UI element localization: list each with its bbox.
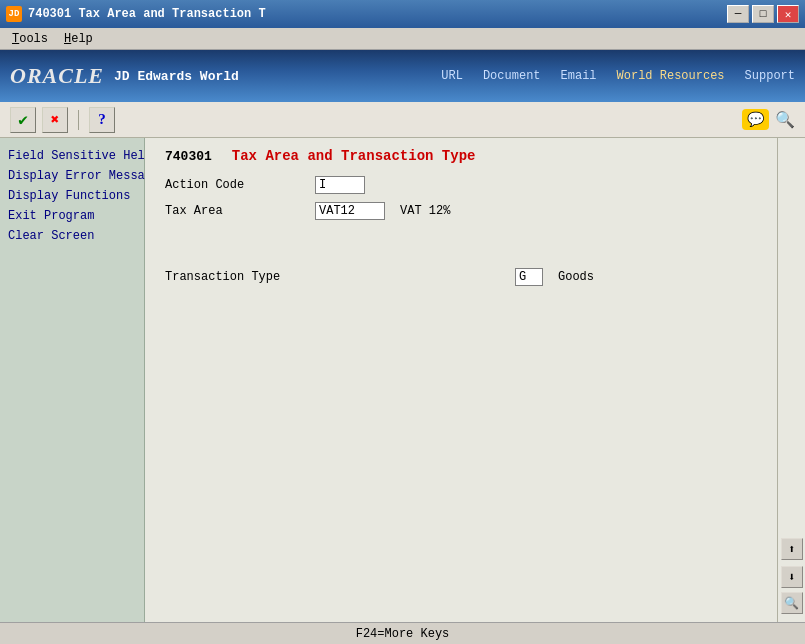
titlebar-left: JD 740301 Tax Area and Transaction T xyxy=(6,6,266,22)
form-header: 740301 Tax Area and Transaction Type xyxy=(165,148,757,164)
statusbar: F24=More Keys xyxy=(0,622,805,644)
nav-document[interactable]: Document xyxy=(483,69,541,83)
sidebar-item-exit-program[interactable]: Exit Program xyxy=(0,206,144,226)
form-area: 740301 Tax Area and Transaction Type Act… xyxy=(145,138,777,622)
minimize-button[interactable]: ─ xyxy=(727,5,749,23)
scroll-down-icon[interactable]: ⬇ xyxy=(781,566,803,588)
action-code-row: Action Code xyxy=(165,176,757,194)
nav-email[interactable]: Email xyxy=(561,69,597,83)
sidebar: Field Sensitive Help Display Error Messa… xyxy=(0,138,145,622)
menu-tools[interactable]: Tools xyxy=(4,30,56,48)
close-button[interactable]: ✕ xyxy=(777,5,799,23)
titlebar-controls: ─ □ ✕ xyxy=(727,5,799,23)
toolbar: ✔ ✖ ? 💬 🔍 xyxy=(0,102,805,138)
tax-area-label: Tax Area xyxy=(165,204,305,218)
transaction-type-row: Transaction Type Goods xyxy=(165,268,757,286)
oracle-logo: ORACLE JD Edwards World xyxy=(10,63,239,89)
app-icon: JD xyxy=(6,6,22,22)
action-code-label: Action Code xyxy=(165,178,305,192)
nav-url[interactable]: URL xyxy=(441,69,463,83)
oracle-header: ORACLE JD Edwards World URL Document Ema… xyxy=(0,50,805,102)
scroll-up-icon[interactable]: ⬆ xyxy=(781,538,803,560)
chat-icon[interactable]: 💬 xyxy=(742,109,769,130)
help-button[interactable]: ? xyxy=(89,107,115,133)
sidebar-item-clear-screen[interactable]: Clear Screen xyxy=(0,226,144,246)
transaction-type-description: Goods xyxy=(558,270,594,284)
maximize-button[interactable]: □ xyxy=(752,5,774,23)
statusbar-text: F24=More Keys xyxy=(356,627,450,641)
main-area: Field Sensitive Help Display Error Messa… xyxy=(0,138,805,622)
search-icon-header[interactable]: 🔍 xyxy=(775,110,795,130)
menu-help[interactable]: Help xyxy=(56,30,101,48)
menubar: Tools Help xyxy=(0,28,805,50)
form-id: 740301 xyxy=(165,149,212,164)
zoom-icon[interactable]: 🔍 xyxy=(781,592,803,614)
nav-support[interactable]: Support xyxy=(745,69,795,83)
form-title: Tax Area and Transaction Type xyxy=(232,148,476,164)
tax-area-description: VAT 12% xyxy=(400,204,450,218)
action-code-input[interactable] xyxy=(315,176,365,194)
tax-area-input[interactable] xyxy=(315,202,385,220)
right-icons: ⬆ ⬇ 🔍 xyxy=(777,138,805,622)
header-nav: URL Document Email World Resources Suppo… xyxy=(441,69,795,83)
transaction-type-label: Transaction Type xyxy=(165,270,305,284)
sidebar-item-display-functions[interactable]: Display Functions xyxy=(0,186,144,206)
transaction-type-input[interactable] xyxy=(515,268,543,286)
nav-world-resources[interactable]: World Resources xyxy=(617,69,725,83)
check-button[interactable]: ✔ xyxy=(10,107,36,133)
sidebar-item-display-error-message[interactable]: Display Error Message xyxy=(0,166,144,186)
cancel-button[interactable]: ✖ xyxy=(42,107,68,133)
jde-text: JD Edwards World xyxy=(114,69,239,84)
toolbar-separator xyxy=(78,110,79,130)
window-title: 740301 Tax Area and Transaction T xyxy=(28,7,266,21)
oracle-text: ORACLE xyxy=(10,63,104,89)
tax-area-row: Tax Area VAT 12% xyxy=(165,202,757,220)
sidebar-item-field-sensitive-help[interactable]: Field Sensitive Help xyxy=(0,146,144,166)
titlebar: JD 740301 Tax Area and Transaction T ─ □… xyxy=(0,0,805,28)
